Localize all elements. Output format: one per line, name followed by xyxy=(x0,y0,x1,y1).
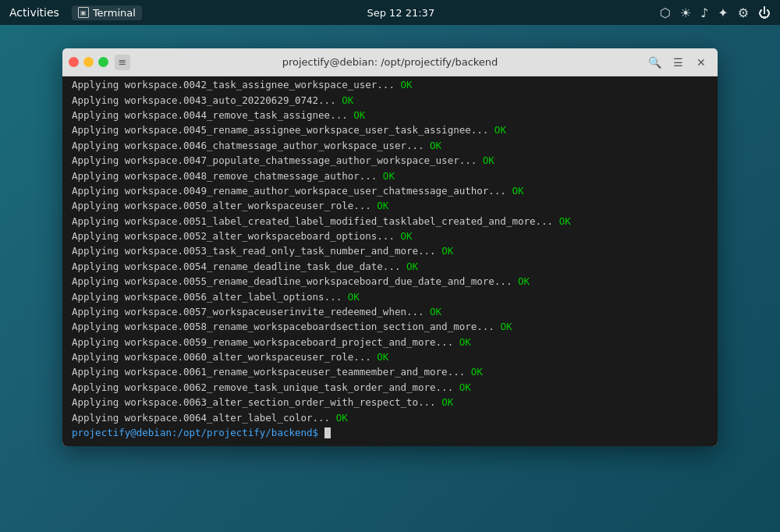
terminal-line: Applying workspace.0049_rename_author_wo… xyxy=(72,183,708,198)
title-bar-actions: 🔍 ☰ ✕ xyxy=(644,54,711,71)
maximize-button[interactable] xyxy=(98,57,108,67)
terminal-tab-icon: ▣ xyxy=(78,7,89,18)
hamburger-button[interactable]: ☰ xyxy=(668,54,688,71)
bluetooth-icon[interactable]: ✦ xyxy=(718,5,728,20)
activities-button[interactable]: Activities xyxy=(9,6,59,19)
terminal-line: Applying workspace.0059_rename_workspace… xyxy=(72,335,708,349)
terminal-line: Applying workspace.0052_alter_workspaceb… xyxy=(72,229,708,243)
terminal-line: Applying workspace.0064_alter_label_colo… xyxy=(72,410,708,425)
terminal-line: Applying workspace.0043_auto_20220629_07… xyxy=(72,93,708,108)
window-close-button[interactable]: ✕ xyxy=(691,54,711,71)
system-clock: Sep 12 21:37 xyxy=(367,7,434,19)
system-bar: Activities ▣ Terminal Sep 12 21:37 ⬡ ☀ ♪… xyxy=(0,0,780,25)
terminal-taskbar-item[interactable]: ▣ Terminal xyxy=(72,5,142,20)
search-button[interactable]: 🔍 xyxy=(644,54,665,71)
menu-button[interactable]: ≡ xyxy=(115,55,130,70)
terminal-line: Applying workspace.0055_rename_deadline_… xyxy=(72,274,708,289)
window-controls xyxy=(69,57,108,67)
terminal-line: Applying workspace.0050_alter_workspaceu… xyxy=(72,198,708,213)
terminal-line: Applying workspace.0060_alter_workspaceu… xyxy=(72,349,708,364)
terminal-line: Applying workspace.0058_rename_workspace… xyxy=(72,319,708,334)
brightness-icon[interactable]: ☀ xyxy=(680,5,691,20)
terminal-cursor xyxy=(324,427,331,438)
terminal-line: Applying workspace.0062_remove_task_uniq… xyxy=(72,380,708,395)
close-button[interactable] xyxy=(69,57,79,67)
terminal-line: Applying workspace.0047_populate_chatmes… xyxy=(72,153,708,168)
terminal-line: Applying workspace.0042_task_assignee_wo… xyxy=(72,77,708,92)
terminal-line: Applying workspace.0044_remove_task_assi… xyxy=(72,108,708,122)
terminal-window: ≡ projectify@debian: /opt/projectify/bac… xyxy=(62,48,718,446)
terminal-line: Applying workspace.0054_rename_deadline_… xyxy=(72,259,708,274)
terminal-line: Applying workspace.0051_label_created_la… xyxy=(72,214,708,229)
terminal-line: Applying workspace.0046_chatmessage_auth… xyxy=(72,138,708,153)
terminal-line: Applying workspace.0057_workspaceuserinv… xyxy=(72,304,708,319)
desktop: ≡ projectify@debian: /opt/projectify/bac… xyxy=(0,25,780,532)
minimize-button[interactable] xyxy=(83,57,94,67)
system-bar-left: Activities ▣ Terminal xyxy=(9,5,142,20)
terminal-output[interactable]: Applying workspace.0036... OKApplying wo… xyxy=(62,76,718,446)
terminal-line: Applying workspace.0048_remove_chatmessa… xyxy=(72,168,708,183)
terminal-line: Applying workspace.0061_rename_workspace… xyxy=(72,364,708,379)
system-tray: ⬡ ☀ ♪ ✦ ⚙ ⏻ xyxy=(660,5,771,20)
terminal-tab-label: Terminal xyxy=(93,7,136,19)
settings-icon[interactable]: ⚙ xyxy=(738,5,749,20)
terminal-prompt-line[interactable]: projectify@debian:/opt/projectify/backen… xyxy=(72,425,708,440)
terminal-line: Applying workspace.0053_task_read_only_t… xyxy=(72,243,708,258)
terminal-line: Applying workspace.0063_alter_section_or… xyxy=(72,395,708,410)
title-bar: ≡ projectify@debian: /opt/projectify/bac… xyxy=(62,48,718,76)
terminal-line: Applying workspace.0045_rename_assignee_… xyxy=(72,122,708,137)
network-icon[interactable]: ⬡ xyxy=(660,5,671,20)
window-title: projectify@debian: /opt/projectify/backe… xyxy=(282,56,498,68)
volume-icon[interactable]: ♪ xyxy=(700,5,708,20)
power-icon[interactable]: ⏻ xyxy=(758,5,771,20)
terminal-line: Applying workspace.0056_alter_label_opti… xyxy=(72,289,708,304)
